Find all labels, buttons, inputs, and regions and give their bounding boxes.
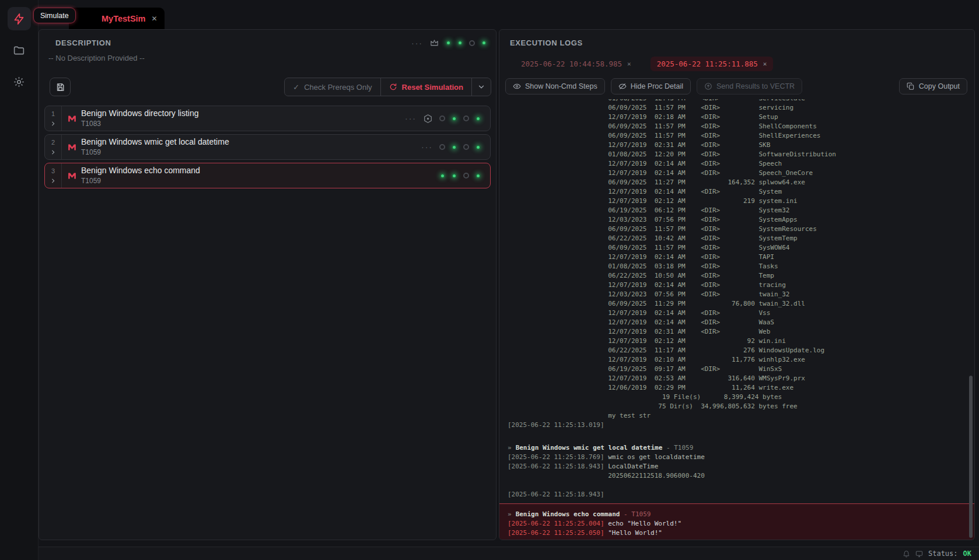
copy-icon: [907, 82, 915, 90]
log-line: »Benign Windows wmic get local datetime …: [508, 443, 966, 453]
log-line: 12/07/2019 02:31 AM <DIR> SKB: [508, 141, 966, 150]
attack-m-icon: [67, 142, 77, 152]
row-menu-icon[interactable]: ···: [421, 143, 433, 151]
close-icon[interactable]: ✕: [763, 60, 767, 68]
technique-id: T1059: [81, 148, 229, 157]
status-dot-off: [439, 144, 445, 150]
log-line: [2025-06-22 11:25:18.943]: [508, 490, 966, 499]
log-line: 06/09/2025 11:57 PM <DIR> ShellExperienc…: [508, 131, 966, 141]
execution-logs-panel: EXECUTION LOGS 2025-06-22 10:44:58.985 ✕…: [499, 29, 975, 540]
chevron-right-icon[interactable]: [50, 149, 56, 155]
log-line: [2025-06-22 11:25:18.769] wmic os get lo…: [508, 453, 966, 462]
status-dot-on: [440, 173, 445, 178]
reset-simulation-button[interactable]: Reset Simulation: [380, 78, 471, 96]
status-dot-off: [439, 116, 445, 121]
eye-off-icon: [618, 82, 627, 90]
log-line: 12/07/2019 02:53 AM 316,640 WMSysPr9.prx: [508, 374, 966, 383]
bell-icon: [903, 550, 910, 558]
projects-nav-button[interactable]: [8, 38, 31, 62]
log-line: 19 File(s) 8,399,424 bytes: [508, 393, 966, 402]
check-icon: ✓: [293, 83, 299, 92]
log-run-tabs: 2025-06-22 10:44:58.985 ✕ 2025-06-22 11:…: [499, 48, 974, 72]
log-line: [508, 481, 966, 490]
log-timestamp: [2025-06-22 11:25:13.019]: [508, 421, 604, 429]
log-tab-current-run[interactable]: 2025-06-22 11:25:11.885 ✕: [651, 57, 774, 71]
folder-icon: [13, 44, 25, 57]
section-chevrons-icon: »: [508, 444, 512, 452]
reset-options-caret[interactable]: [471, 78, 491, 96]
description-empty-text: -- No Description Provided --: [48, 54, 487, 62]
log-timestamp: [2025-06-22 11:25:18.769]: [508, 453, 604, 461]
log-line: 20250622112518.906000-420: [508, 471, 966, 481]
close-icon[interactable]: ✕: [151, 15, 157, 23]
simulate-nav-button[interactable]: [8, 7, 31, 30]
status-dot-on: [446, 40, 451, 46]
status-dot-off: [463, 116, 469, 121]
simulate-chip[interactable]: Simulate: [33, 8, 76, 23]
log-line: 06/22/2025 10:42 AM <DIR> SystemTemp: [508, 234, 966, 243]
status-dot-on: [452, 173, 457, 178]
log-line: 12/07/2019 02:14 AM <DIR> Speech_OneCore: [508, 169, 966, 178]
log-timestamp: [2025-06-22 11:25:25.004]: [508, 520, 604, 527]
main-content: DESCRIPTION ··· -- No Description Provid…: [39, 29, 975, 540]
log-line: 06/09/2025 11:57 PM <DIR> SystemResource…: [508, 225, 966, 234]
log-toolbar: Show Non-Cmd Steps Hide Proc Detail Send…: [499, 72, 974, 94]
chevron-down-icon: [477, 83, 485, 91]
workspace-tab-mytestsim[interactable]: MyTestSim ✕: [69, 8, 165, 30]
technique-id: T1059: [81, 177, 200, 186]
log-line: 01/08/2025 12:43 PM <DIR> ServiceState: [508, 99, 966, 103]
section-technique: - T1059: [662, 444, 693, 452]
log-line: 12/07/2019 02:14 AM <DIR> Speech: [508, 159, 966, 169]
technique-id: T1083: [81, 120, 199, 128]
row-menu-icon[interactable]: ···: [405, 114, 417, 123]
status-dot-off: [463, 144, 469, 150]
log-echo-section: »Benign Windows echo command - T1059[202…: [499, 503, 974, 540]
log-command-text: "Hello World!": [604, 529, 662, 537]
log-line: 12/07/2019 02:14 AM <DIR> Vss: [508, 309, 966, 318]
test-row-1[interactable]: 1 Benign Windows directory listing T1083…: [44, 106, 491, 131]
log-command-text: echo "Hello World!": [604, 520, 681, 527]
log-line: 06/09/2025 11:27 PM 164,352 splwow64.exe: [508, 178, 966, 187]
show-noncmd-steps-button[interactable]: Show Non-Cmd Steps: [505, 78, 605, 94]
send-results-vectr-button[interactable]: Send Results to VECTR: [697, 78, 802, 94]
status-dot-off: [469, 40, 475, 46]
log-line: 06/22/2025 11:17 AM 276 WindowsUpdate.lo…: [508, 346, 966, 355]
chevron-right-icon[interactable]: [50, 121, 56, 127]
execution-logs-title: EXECUTION LOGS: [510, 38, 583, 47]
gear-icon: [13, 76, 25, 88]
test-status-dots: [439, 116, 481, 121]
save-button[interactable]: [50, 78, 71, 96]
copy-output-button[interactable]: Copy Output: [899, 78, 967, 94]
section-title: Benign Windows echo command: [516, 510, 620, 518]
attack-m-icon: [67, 114, 77, 124]
refresh-icon: [389, 83, 397, 91]
log-line: my test str: [508, 411, 966, 421]
log-line: 12/03/2023 07:56 PM <DIR> twain_32: [508, 290, 966, 299]
status-label: Status:: [928, 550, 958, 558]
test-index: 1: [51, 110, 55, 117]
check-prereqs-button[interactable]: ✓ Check Prereqs Only: [285, 78, 380, 96]
log-lines: 01/08/2025 12:43 PM <DIR> ServiceState 0…: [499, 99, 974, 499]
log-line: 12/07/2019 02:14 AM <DIR> TAPI: [508, 253, 966, 262]
test-index: 3: [51, 167, 55, 174]
log-line: 12/07/2019 02:14 AM <DIR> WaaS: [508, 318, 966, 327]
test-title: Benign Windows directory listing: [81, 108, 199, 119]
test-status-dots: [440, 173, 481, 178]
log-tab-previous-run[interactable]: 2025-06-22 10:44:58.985 ✕: [515, 57, 638, 71]
log-line: 06/19/2025 06:12 PM <DIR> System32: [508, 206, 966, 215]
status-dot-on: [452, 145, 457, 150]
log-scrollbar[interactable]: [969, 376, 973, 538]
settings-nav-button[interactable]: [8, 70, 31, 93]
hide-proc-detail-button[interactable]: Hide Proc Detail: [611, 78, 691, 94]
chevron-right-icon[interactable]: [50, 178, 56, 184]
test-row-3[interactable]: 3 Benign Windows echo command T1059: [44, 163, 491, 188]
status-dot-on: [475, 173, 481, 178]
overall-status-dots: [446, 40, 487, 46]
panel-menu-icon[interactable]: ···: [411, 39, 423, 47]
test-status-dots: [439, 144, 481, 150]
log-line: 12/07/2019 02:12 AM 92 win.ini: [508, 337, 966, 346]
log-line: 01/08/2025 12:20 PM <DIR> SoftwareDistri…: [508, 150, 966, 159]
log-timestamp: [2025-06-22 11:25:25.050]: [508, 538, 604, 540]
test-row-2[interactable]: 2 Benign Windows wmic get local datetime…: [44, 134, 491, 160]
close-icon[interactable]: ✕: [627, 60, 631, 68]
